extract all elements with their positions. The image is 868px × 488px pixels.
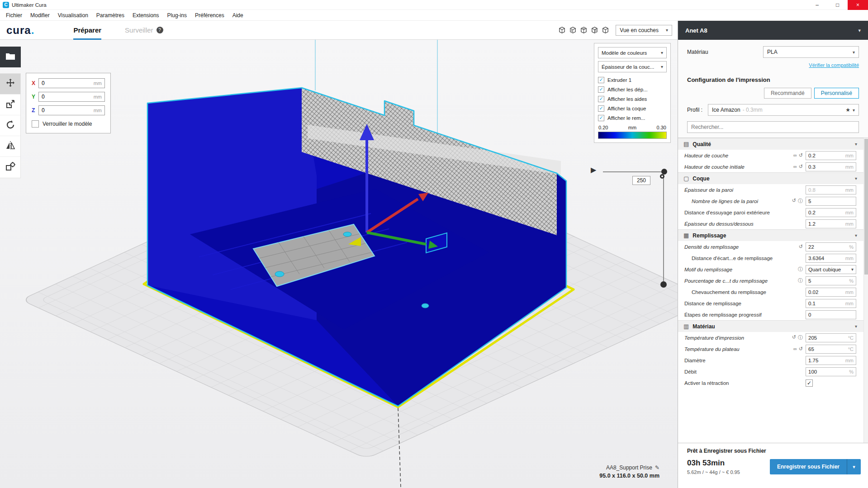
link-icon[interactable]: ∞: [793, 164, 797, 170]
category-label: Qualité: [693, 141, 711, 147]
check-travels[interactable]: ✓Afficher les dép...: [598, 85, 667, 94]
check-shell[interactable]: ✓Afficher la coque: [598, 104, 667, 113]
setting-value-input[interactable]: 65 °C: [806, 345, 856, 354]
menu-bar: Fichier Modifier Visualisation Paramètre…: [0, 10, 868, 21]
info-icon[interactable]: ⓘ: [798, 334, 803, 341]
setting-value-input[interactable]: 3.6364 mm: [806, 254, 856, 263]
window-title: Ultimaker Cura: [12, 2, 47, 8]
setting-value-input[interactable]: 0: [806, 310, 856, 319]
settings-category-header[interactable]: ▢ Coque ▾: [678, 172, 863, 184]
info-icon[interactable]: ⓘ: [798, 266, 803, 273]
check-infill[interactable]: ✓Afficher le rem...: [598, 113, 667, 123]
menu-plugins[interactable]: Plug-ins: [163, 10, 191, 21]
layer-slider-bottom-handle[interactable]: [660, 281, 667, 288]
link-icon[interactable]: ∞: [793, 346, 797, 352]
menu-parametres[interactable]: Paramètres: [92, 10, 128, 21]
mirror-icon: [5, 140, 16, 152]
move-tool-button[interactable]: [0, 74, 20, 95]
maximize-button[interactable]: □: [827, 0, 848, 10]
viewport-3d[interactable]: X mm Y mm Z mm Verrouiller le modèle: [0, 40, 678, 488]
lock-model-checkbox[interactable]: [32, 120, 39, 128]
setting-value-input[interactable]: 22 %: [806, 242, 856, 251]
rename-pencil-icon[interactable]: ✎: [655, 464, 659, 471]
rotate-tool-button[interactable]: [0, 115, 20, 136]
setting-value-input[interactable]: Quart cubique ▾: [806, 265, 856, 274]
view-3d-icon[interactable]: [558, 26, 566, 34]
settings-category-header[interactable]: ▥ Matériau ▾: [678, 320, 863, 332]
custom-mode-button[interactable]: Personnalisé: [814, 88, 859, 99]
settings-category-header[interactable]: ▤ Qualité ▾: [678, 138, 863, 150]
info-icon[interactable]: ⓘ: [798, 198, 803, 204]
setting-value-input[interactable]: 0.1 mm: [806, 299, 856, 308]
menu-modifier[interactable]: Modifier: [26, 10, 54, 21]
menu-visualisation[interactable]: Visualisation: [54, 10, 92, 21]
layer-slider-top-handle[interactable]: [660, 174, 664, 179]
info-icon[interactable]: ⓘ: [798, 277, 803, 284]
setting-value-input[interactable]: 205 °C: [806, 333, 856, 342]
compatibility-link[interactable]: Vérifier la compatibilité: [809, 62, 859, 68]
machine-selector[interactable]: Anet A8 ▾: [678, 21, 868, 40]
minimize-button[interactable]: –: [807, 0, 827, 10]
category-label: Remplissage: [693, 232, 726, 239]
settings-scrollbar[interactable]: [863, 138, 868, 443]
profile-dropdown[interactable]: Ice Amazon - 0.3mm ★ ▾: [708, 104, 859, 116]
print-time: 03h 53min: [687, 459, 740, 468]
setting-value-input[interactable]: 0.3 mm: [806, 162, 856, 171]
chevron-down-icon[interactable]: ▾: [847, 459, 861, 474]
save-to-file-button[interactable]: Enregistrer sous Fichier ▾: [770, 459, 861, 474]
setting-value-input[interactable]: 5: [806, 197, 856, 206]
menu-preferences[interactable]: Préférences: [191, 10, 228, 21]
recommended-mode-button[interactable]: Recommandé: [764, 88, 811, 99]
layer-thickness-dropdown[interactable]: Épaisseur de la couc... ▾: [598, 61, 667, 72]
tab-surveiller[interactable]: Surveiller ?: [125, 21, 163, 40]
setting-checkbox[interactable]: ✓: [806, 379, 813, 387]
view-top-icon[interactable]: [580, 26, 588, 34]
setting-value-input[interactable]: 0.8 mm: [806, 185, 856, 194]
setting-value-input[interactable]: 0.02 mm: [806, 288, 856, 297]
check-helpers[interactable]: ✓Afficher les aides: [598, 94, 667, 104]
setting-value-cell: 0.3 mm: [806, 162, 856, 171]
setting-value-input[interactable]: 1.2 mm: [806, 219, 856, 228]
color-scheme-dropdown[interactable]: Modèle de couleurs ▾: [598, 47, 667, 58]
mirror-tool-button[interactable]: [0, 136, 20, 157]
x-position-input[interactable]: [42, 80, 92, 86]
menu-fichier[interactable]: Fichier: [2, 10, 26, 21]
revert-icon[interactable]: ↺: [799, 244, 803, 250]
tab-preparer[interactable]: Préparer: [73, 21, 101, 40]
link-icon[interactable]: ∞: [793, 152, 797, 158]
revert-icon[interactable]: ↺: [799, 164, 803, 170]
close-button[interactable]: ×: [848, 0, 868, 10]
setting-value-input[interactable]: 0.2 mm: [806, 208, 856, 217]
revert-icon[interactable]: ↺: [792, 198, 796, 204]
view-mode-dropdown[interactable]: Vue en couches ▾: [616, 25, 672, 36]
scrollbar-thumb[interactable]: [864, 139, 868, 275]
setting-value-input[interactable]: 100 %: [806, 367, 856, 376]
revert-icon[interactable]: ↺: [792, 334, 796, 341]
setting-value-input[interactable]: 5 %: [806, 276, 856, 285]
z-position-input[interactable]: [42, 107, 92, 114]
simulation-slider[interactable]: [603, 171, 664, 172]
view-front-icon[interactable]: [569, 26, 577, 34]
view-right-icon[interactable]: [602, 26, 609, 34]
check-extruder1[interactable]: ✓Extruder 1: [598, 75, 667, 85]
y-position-input[interactable]: [42, 94, 92, 100]
menu-extensions[interactable]: Extensions: [128, 10, 163, 21]
settings-list: ▤ Qualité ▾ Hauteur de couche ∞↺ 0.2 mm …: [678, 138, 863, 443]
view-left-icon[interactable]: [591, 26, 598, 34]
revert-icon[interactable]: ↺: [799, 346, 803, 352]
open-file-button[interactable]: [0, 47, 21, 67]
settings-category-header[interactable]: ▦ Remplissage ▾: [678, 229, 863, 241]
current-layer-value[interactable]: 250: [632, 176, 650, 185]
settings-search-input[interactable]: [687, 121, 859, 133]
menu-aide[interactable]: Aide: [228, 10, 247, 21]
star-icon[interactable]: ★: [845, 107, 850, 113]
setting-icons: ∞↺: [793, 346, 803, 352]
setting-value-input[interactable]: 1.75 mm: [806, 356, 856, 365]
layer-slider[interactable]: [663, 176, 664, 284]
setting-value-input[interactable]: 0.2 mm: [806, 151, 856, 160]
revert-icon[interactable]: ↺: [799, 152, 803, 158]
scale-tool-button[interactable]: [0, 95, 20, 115]
play-button[interactable]: ▶: [591, 166, 596, 174]
per-model-settings-button[interactable]: [0, 157, 20, 178]
material-dropdown[interactable]: PLA ▾: [763, 46, 859, 58]
